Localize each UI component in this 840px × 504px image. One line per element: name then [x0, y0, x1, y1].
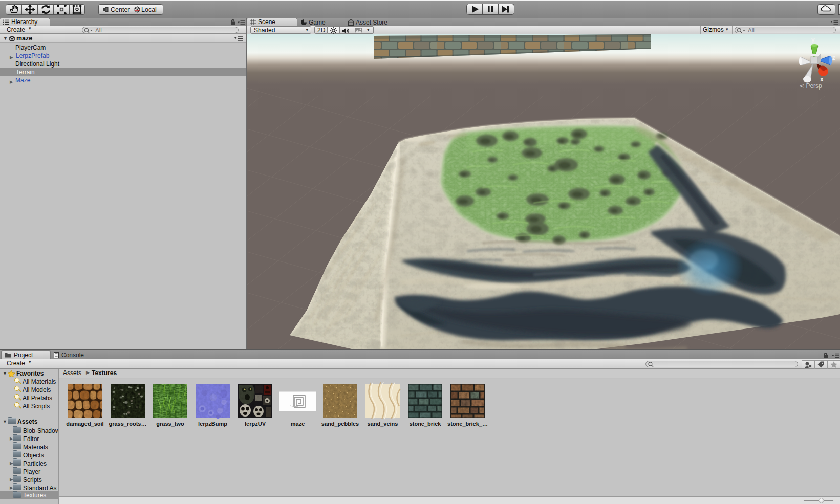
svg-text:y: y	[811, 36, 815, 43]
svg-text:z: z	[832, 54, 835, 61]
svg-text:⋖ Persp: ⋖ Persp	[799, 82, 822, 90]
svg-text:Center: Center	[111, 6, 130, 13]
svg-text:x: x	[820, 76, 824, 83]
svg-text:Local: Local	[141, 6, 157, 13]
